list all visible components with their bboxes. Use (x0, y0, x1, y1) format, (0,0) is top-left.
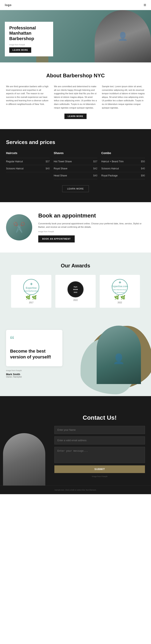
book-title: Book an appointment (38, 212, 145, 219)
table-row: Head Shave $40 (54, 172, 98, 179)
table-row: Scissors Haircut $40 (6, 165, 50, 172)
testimonial-person-photo: 👤 (97, 326, 141, 384)
award-year-1: 2017 (29, 302, 34, 304)
about-title: About Barbershop NYC (6, 72, 145, 79)
table-row: Hot Towel Shave $37 (54, 158, 98, 165)
awards-title: Our Awards (6, 262, 145, 269)
services-learn-more-button[interactable]: LEARN MORE (62, 185, 89, 192)
award-badge-3: ✦Expertise.comBest Barbershop& Grooming (112, 279, 128, 295)
table-row: Royal Shave $42 (54, 165, 98, 172)
combo-title: Combo (101, 152, 145, 155)
table-row: Haircut + Beard Trim $50 (101, 158, 145, 165)
services-button-wrap: LEARN MORE (6, 185, 145, 192)
quote-icon: “ (10, 334, 58, 346)
about-columns: We are third generation barbers with a h… (6, 85, 145, 110)
table-row: Regular Haircut $37 (6, 158, 50, 165)
menu-icon[interactable]: ≡ (144, 2, 146, 8)
award-leaves-3: 🌿 🌿 (114, 295, 126, 300)
expertise-icon: ✦ExpertiseBest Barbershop (24, 282, 39, 292)
service-name: Royal Shave (54, 167, 68, 170)
services-section: Services and prices Haircuts Regular Hai… (0, 129, 151, 202)
navigation: logo ≡ (0, 0, 151, 10)
service-name: Regular Haircut (6, 160, 23, 163)
service-price: $50 (141, 160, 145, 163)
about-section: About Barbershop NYC We are third genera… (0, 62, 151, 129)
book-image: ✂️ (6, 214, 32, 240)
contact-img-source: Image from Freepik (54, 476, 145, 478)
hero-learn-more-button[interactable]: LEARN MORE (9, 47, 31, 53)
book-appointment-button[interactable]: BOOK AN APPOINTMENT (38, 236, 75, 242)
testimonial-right: 👤 (84, 330, 145, 384)
contact-email-input[interactable] (54, 436, 145, 444)
hero-section: 👤 Professional Manhattan Barbershop Imag… (0, 10, 151, 62)
testimonial-name: Mark Smith (6, 373, 84, 376)
testimonial-section: “ Become the best version of yourself! I… (0, 318, 151, 396)
testimonial-source: Image from Freepik (6, 370, 84, 372)
award-year-2: 2022 (73, 299, 78, 301)
award-card-2: StyleMIAMI2022 2022 (55, 275, 96, 308)
testimonial-text: Become the best version of yourself! (10, 348, 58, 360)
contact-title: Contact Us! (54, 414, 145, 421)
service-name: Scissors Haircut (101, 167, 119, 170)
service-name: Haircut + Beard Trim (101, 160, 124, 163)
book-content: Book an appointment Conveniently book yo… (38, 212, 145, 242)
contact-right: Contact Us! Submit Image from Freepik (48, 406, 151, 486)
about-text-3: Sample text. Lorem ipsum dolor sit amet,… (102, 85, 145, 110)
about-learn-more-button[interactable]: LEARN MORE (64, 114, 86, 119)
about-text-2: We are committed and determined to make … (54, 85, 97, 110)
hero-content-card: Professional Manhattan Barbershop Image … (5, 22, 53, 56)
about-col-1: We are third generation barbers with a h… (6, 85, 49, 110)
awards-grid: ✦ExpertiseBest Barbershop 🌿 🌿 2017 Style… (6, 275, 145, 308)
service-name: Hot Towel Shave (54, 160, 72, 163)
book-description: Conveniently book your personal appointm… (38, 222, 145, 229)
style-icon: StyleMIAMI2022 (73, 285, 78, 294)
logo: logo (5, 4, 12, 7)
table-row: Scissors Haircut $40 (101, 165, 145, 172)
hero-source: Image from Freepik (9, 44, 49, 46)
contact-form: Submit (54, 426, 145, 473)
book-barber-icon: ✂️ (6, 214, 32, 240)
award-card-3: ✦Expertise.comBest Barbershop& Grooming … (100, 275, 140, 308)
about-button-wrap: LEARN MORE (6, 114, 145, 119)
service-name: Scissors Haircut (6, 167, 24, 170)
haircuts-title: Haircuts (6, 152, 50, 155)
about-col-3: Sample text. Lorem ipsum dolor sit amet,… (102, 85, 145, 110)
services-combo-col: Combo Haircut + Beard Trim $50 Scissors … (101, 152, 145, 179)
awards-section: Our Awards ✦ExpertiseBest Barbershop 🌿 🌿… (0, 252, 151, 318)
award-badge-1: ✦ExpertiseBest Barbershop (23, 279, 39, 295)
services-title: Services and prices (6, 139, 145, 146)
contact-left (0, 406, 48, 486)
shaves-title: Shaves (54, 152, 98, 155)
footer-note-text: Sample text. Click & Edit or select this… (54, 489, 96, 491)
book-section: ✂️ Book an appointment Conveniently book… (0, 202, 151, 252)
contact-name-input[interactable] (54, 426, 145, 434)
award-year-3: 2022 (118, 302, 122, 304)
table-row: Royal Package $90 (101, 172, 145, 179)
testimonial-person-silhouette: 👤 (97, 326, 141, 384)
testimonial-card: “ Become the best version of yourself! (6, 330, 62, 366)
service-name: Head Shave (54, 174, 67, 177)
service-price: $37 (93, 160, 97, 163)
testimonial-role: Owner, Hairstylist (6, 376, 84, 378)
service-price: $40 (93, 174, 97, 177)
expertise-icon-2: ✦Expertise.comBest Barbershop& Grooming (112, 280, 128, 294)
about-col-2: We are committed and determined to make … (54, 85, 97, 110)
award-leaves-1: 🌿 🌿 (26, 295, 37, 300)
award-badge-2: StyleMIAMI2022 (68, 281, 84, 298)
contact-message-input[interactable] (54, 447, 145, 463)
testimonial-left: “ Become the best version of yourself! I… (6, 330, 84, 384)
service-name: Royal Package (101, 174, 118, 177)
footer-note: Sample text. Click & Edit or select this… (0, 486, 151, 494)
services-haircuts-col: Haircuts Regular Haircut $37 Scissors Ha… (6, 152, 50, 179)
contact-submit-button[interactable]: Submit (54, 466, 145, 473)
services-shaves-col: Shaves Hot Towel Shave $37 Royal Shave $… (54, 152, 98, 179)
services-columns: Haircuts Regular Haircut $37 Scissors Ha… (6, 152, 145, 179)
award-card-1: ✦ExpertiseBest Barbershop 🌿 🌿 2017 (11, 275, 51, 308)
service-price: $42 (93, 167, 97, 170)
hero-man-silhouette: 👤 (95, 10, 151, 62)
service-price: $37 (46, 160, 50, 163)
book-source: Image from Freepik (38, 230, 145, 232)
service-price: $40 (141, 167, 145, 170)
service-price: $40 (46, 167, 50, 170)
contact-person-photo (3, 433, 45, 486)
